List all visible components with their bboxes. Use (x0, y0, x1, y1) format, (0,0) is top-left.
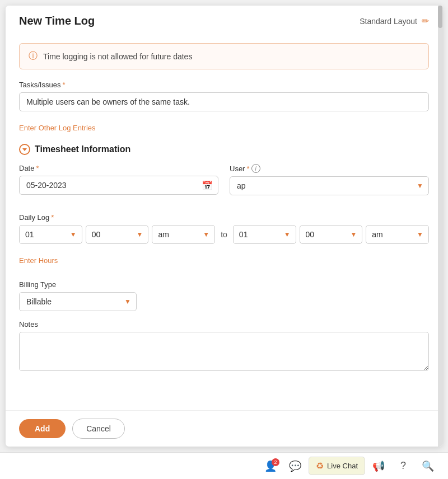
live-chat-label: Live Chat (327, 462, 358, 470)
layout-label: Standard Layout (360, 17, 417, 26)
from-hour-select[interactable]: 010203 040506 070809 101112 (19, 225, 82, 244)
user-select-wrapper: ap admin user1 ▼ (230, 176, 429, 195)
info-icon: ⓘ (29, 50, 38, 62)
date-label: Date * (19, 164, 218, 172)
tasks-issues-label: Tasks/Issues * (19, 81, 429, 89)
user-info-icon: i (251, 164, 260, 173)
to-hour-select[interactable]: 010203 040506 070809 101112 (233, 225, 296, 244)
from-minute-select[interactable]: 00153045 (86, 225, 149, 244)
from-period-wrapper: ampm ▼ (152, 225, 215, 244)
modal-title: New Time Log (19, 15, 95, 27)
from-hour-wrapper: 010203 040506 070809 101112 ▼ (19, 225, 82, 244)
billing-type-wrapper: Billable Non-Billable Non-Billable (Inte… (19, 292, 137, 311)
date-input-wrapper: 📅 (19, 176, 218, 195)
required-star: * (62, 81, 65, 89)
add-button[interactable]: Add (19, 419, 66, 438)
search-icon: 🔍 (422, 460, 434, 472)
date-user-row: Date * 📅 User * i ap admin (19, 164, 429, 204)
to-minute-wrapper: 00153045 ▼ (300, 225, 363, 244)
help-icon: ? (400, 460, 406, 472)
taskbar-notifications[interactable]: 👤 2 (259, 456, 282, 476)
billing-type-label: Billing Type (19, 280, 429, 289)
scrollbar-track[interactable] (438, 6, 442, 447)
daily-log-group: Daily Log * 010203 040506 070809 101112 … (19, 213, 429, 244)
announcements-icon: 📢 (372, 460, 385, 472)
taskbar-help[interactable]: ? (392, 456, 414, 476)
to-period-wrapper: ampm ▼ (366, 225, 429, 244)
timesheet-section-header: Timesheet Information (19, 144, 429, 155)
taskbar-chat[interactable]: 💬 (284, 456, 306, 476)
live-chat-icon: ♻ (316, 461, 324, 471)
modal-header: New Time Log Standard Layout ✏ (6, 6, 442, 34)
notification-badge: 2 (272, 458, 279, 466)
time-separator: to (218, 230, 230, 239)
section-toggle[interactable] (19, 144, 30, 155)
tasks-issues-group: Tasks/Issues * (19, 81, 429, 111)
date-input[interactable] (19, 176, 218, 195)
notes-group: Notes (19, 320, 429, 373)
modal-footer: Add Cancel (6, 410, 442, 447)
taskbar-search[interactable]: 🔍 (417, 456, 439, 476)
enter-hours-link[interactable]: Enter Hours (19, 256, 58, 265)
taskbar: 👤 2 💬 ♻ Live Chat 📢 ? 🔍 (0, 452, 448, 479)
scrollbar-thumb[interactable] (438, 6, 442, 28)
user-label: User * i (230, 164, 429, 173)
enter-other-log-link[interactable]: Enter Other Log Entries (19, 124, 96, 132)
notes-textarea[interactable] (19, 332, 429, 371)
chat-icon: 💬 (289, 460, 301, 472)
time-row: 010203 040506 070809 101112 ▼ 00153045 ▼ (19, 225, 429, 244)
taskbar-announcements[interactable]: 📢 (367, 456, 390, 476)
from-minute-wrapper: 00153045 ▼ (86, 225, 149, 244)
alert-text: Time logging is not allowed for future d… (43, 52, 192, 61)
billing-type-group: Billing Type Billable Non-Billable Non-B… (19, 280, 429, 311)
from-period-select[interactable]: ampm (152, 225, 215, 244)
notes-label: Notes (19, 320, 429, 328)
date-group: Date * 📅 (19, 164, 218, 195)
user-select[interactable]: ap admin user1 (230, 176, 429, 195)
user-group: User * i ap admin user1 ▼ (230, 164, 429, 195)
edit-layout-icon[interactable]: ✏ (422, 16, 429, 26)
billing-type-select[interactable]: Billable Non-Billable Non-Billable (Inte… (19, 292, 137, 311)
live-chat-button[interactable]: ♻ Live Chat (309, 457, 365, 475)
header-right: Standard Layout ✏ (360, 16, 429, 26)
timesheet-section-title: Timesheet Information (35, 144, 130, 154)
to-hour-wrapper: 010203 040506 070809 101112 ▼ (233, 225, 296, 244)
tasks-issues-input[interactable] (19, 92, 429, 111)
to-period-select[interactable]: ampm (366, 225, 429, 244)
cancel-button[interactable]: Cancel (72, 419, 125, 439)
alert-box: ⓘ Time logging is not allowed for future… (19, 43, 429, 69)
to-minute-select[interactable]: 00153045 (300, 225, 363, 244)
daily-log-label: Daily Log * (19, 213, 429, 222)
modal-body: ⓘ Time logging is not allowed for future… (6, 34, 442, 410)
